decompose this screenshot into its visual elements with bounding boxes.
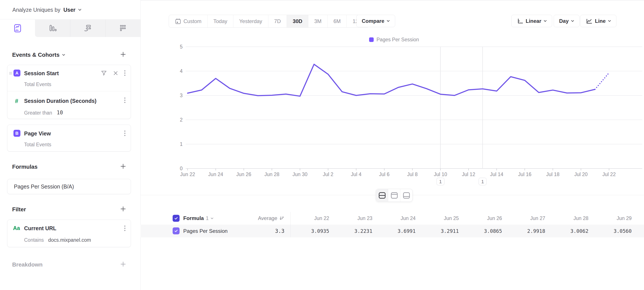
row-series-label: Pages Per Session: [183, 228, 228, 234]
drag-handle-icon[interactable]: [9, 72, 12, 76]
kebab-menu-icon[interactable]: [124, 130, 126, 137]
query-sidebar: Analyze Uniques by User: [0, 0, 141, 290]
event-name[interactable]: Session Start: [24, 70, 59, 77]
split-view-icon: [378, 192, 386, 199]
breakdown-header-label: Breakdown: [12, 261, 42, 268]
layout-table-only-button[interactable]: [400, 189, 412, 201]
range-option-custom[interactable]: Custom: [169, 15, 207, 27]
filter-card[interactable]: Aa Current URL Contains docs.mixpanel.co…: [7, 220, 131, 247]
table-row[interactable]: Pages Per Session 3.3 3.09353.22313.6991…: [140, 224, 644, 237]
average-column-header[interactable]: Average: [258, 212, 284, 224]
row-checkbox[interactable]: [172, 227, 180, 234]
filter-operator[interactable]: Contains: [24, 237, 44, 243]
layout-chart-only-button[interactable]: [388, 189, 400, 201]
analyze-by-value[interactable]: User: [64, 7, 76, 13]
layout-split-view-button[interactable]: [376, 189, 388, 201]
property-row[interactable]: # Session Duration (Seconds) Greater tha…: [8, 91, 131, 119]
series-line[interactable]: [188, 64, 595, 96]
event-aggregation[interactable]: Total Events: [24, 142, 51, 148]
range-option-6m[interactable]: 6M: [328, 15, 346, 27]
linear-axis-icon: [517, 18, 523, 25]
y-axis-tick-label: 1: [180, 141, 182, 147]
calendar-icon: [175, 18, 181, 25]
table-row-values: 3.09353.22313.69913.29113.08652.99183.00…: [297, 224, 643, 237]
y-axis-tick-label: 5: [180, 44, 182, 50]
table-date-header: Jun 29: [600, 212, 643, 224]
table-value-cell: 3.0935: [297, 224, 340, 237]
property-value[interactable]: 10: [57, 110, 63, 116]
line-chart[interactable]: 01234511Jun 22Jun 24Jun 26Jun 28Jun 30Ju…: [140, 33, 644, 198]
range-option-yesterday[interactable]: Yesterday: [233, 15, 268, 27]
x-axis-tick-label: Jun 30: [292, 171, 308, 177]
funnels-bars-icon: [48, 24, 57, 33]
tab-retention[interactable]: [105, 20, 140, 37]
table-value-cell: 3.0062: [556, 224, 600, 237]
event-row[interactable]: A Session Start Total Events: [8, 65, 131, 91]
event-card-session-start[interactable]: A Session Start Total Events # Session D…: [7, 65, 131, 119]
add-formula-button[interactable]: [120, 163, 126, 170]
x-axis-tick-label: Jul 20: [574, 171, 588, 177]
chevron-down-icon[interactable]: [62, 54, 65, 56]
chart-type-button[interactable]: Line: [580, 15, 616, 27]
string-property-icon: Aa: [13, 225, 20, 231]
analyze-by-control[interactable]: Analyze Uniques by User: [0, 1, 140, 19]
x-axis-tick-label: Jul 2: [323, 171, 334, 177]
formulas-section-header: Formulas: [12, 162, 131, 171]
tab-funnels[interactable]: [35, 20, 70, 37]
range-option-3m[interactable]: 3M: [308, 15, 327, 27]
x-axis-tick-label: Jun 22: [180, 171, 195, 177]
kebab-menu-icon[interactable]: [124, 70, 126, 77]
x-axis-tick-label: Jul 10: [434, 171, 447, 177]
property-name[interactable]: Session Duration (Seconds): [24, 98, 96, 104]
filter-property-name[interactable]: Current URL: [24, 225, 56, 231]
range-option-7d[interactable]: 7D: [268, 15, 287, 27]
tab-flows[interactable]: [70, 20, 105, 37]
event-card-page-view[interactable]: B Page View Total Events: [7, 125, 131, 152]
y-axis-tick-label: 0: [180, 166, 182, 171]
events-header-label: Events & Cohorts: [12, 52, 60, 58]
annotation-marker[interactable]: 1: [437, 178, 444, 185]
select-all-checkbox[interactable]: [172, 215, 180, 222]
event-aggregation[interactable]: Total Events: [24, 82, 51, 87]
filter-value[interactable]: docs.mixpanel.com: [48, 237, 91, 243]
filter-header-label: Filter: [12, 206, 26, 213]
chevron-down-icon: [78, 9, 82, 11]
range-option-30d[interactable]: 30D: [286, 15, 308, 27]
retention-dots-icon: [118, 24, 128, 33]
x-axis-tick-label: Jul 12: [462, 171, 475, 177]
yaxis-scale-button[interactable]: Linear: [511, 15, 552, 27]
table-value-cell: 3.2911: [427, 224, 470, 237]
formula-column-header[interactable]: Formula 1: [183, 215, 214, 221]
formula-card[interactable]: Pages Per Session (B/A): [7, 179, 131, 194]
formula-header-label: Formula: [183, 215, 204, 221]
kebab-menu-icon[interactable]: [124, 225, 126, 232]
add-filter-button[interactable]: [120, 206, 126, 213]
insights-line-chart-icon: [13, 24, 22, 33]
add-event-button[interactable]: [120, 51, 126, 58]
svg-text:1: 1: [439, 179, 442, 184]
event-name[interactable]: Page View: [24, 130, 51, 137]
range-option-today[interactable]: Today: [207, 15, 233, 27]
formula-label[interactable]: Pages Per Session (B/A): [14, 183, 74, 190]
table-value-cell: 3.0560: [600, 224, 643, 237]
compare-label: Compare: [362, 18, 384, 24]
add-breakdown-button[interactable]: [120, 261, 126, 268]
check-icon: [174, 228, 178, 233]
compare-button[interactable]: Compare: [356, 15, 395, 27]
interval-button[interactable]: Day: [554, 15, 580, 27]
bottom-panel-icon: [402, 192, 410, 199]
kebab-menu-icon[interactable]: [124, 97, 126, 104]
annotation-marker[interactable]: 1: [479, 178, 486, 185]
close-icon[interactable]: [113, 71, 118, 77]
plus-icon: [120, 206, 126, 212]
add-filter-icon[interactable]: [101, 70, 107, 77]
table-value-cell: 2.9918: [513, 224, 556, 237]
chevron-down-icon: [571, 20, 574, 22]
flows-icon: [83, 24, 92, 33]
top-panel-icon: [390, 192, 398, 199]
tab-insights[interactable]: [0, 20, 35, 37]
plus-icon: [120, 261, 126, 267]
analyze-by-label: Analyze Uniques by: [12, 7, 60, 13]
table-date-header: Jun 26: [470, 212, 513, 224]
property-operator[interactable]: Greater than: [24, 110, 52, 116]
